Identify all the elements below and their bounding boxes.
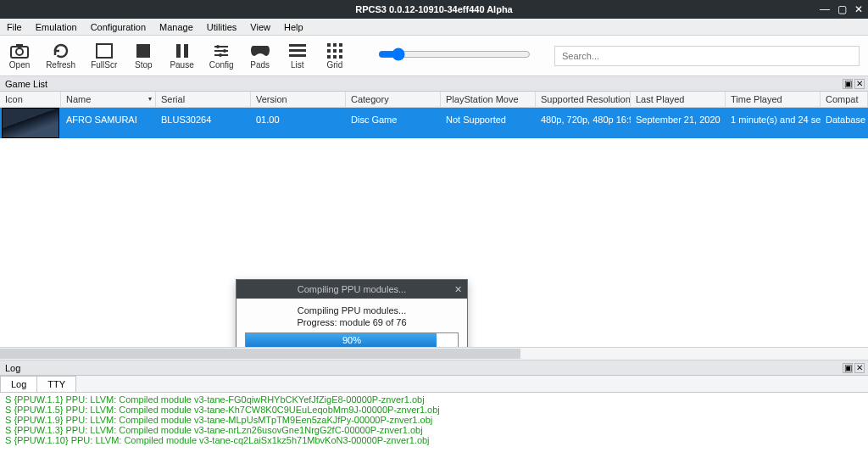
svg-rect-20	[333, 49, 337, 53]
close-button[interactable]: ✕	[853, 3, 865, 15]
cell-resolutions: 480p, 720p, 480p 16:9	[536, 108, 631, 138]
log-line: S {PPUW.1.5} PPU: LLVM: Compiled module …	[5, 405, 863, 415]
svg-rect-21	[339, 49, 342, 53]
col-version[interactable]: Version	[251, 92, 346, 108]
menu-utilities[interactable]: Utilities	[200, 22, 243, 32]
log-float-button[interactable]: ▣	[843, 363, 853, 373]
svg-point-11	[223, 49, 226, 53]
cell-move: Not Supported	[441, 108, 536, 138]
tool-label: Grid	[327, 60, 343, 70]
cell-icon	[0, 108, 61, 138]
progress-percent: 90%	[246, 333, 458, 347]
gamelist-body: Compiling PPU modules... ✕ Compiling PPU…	[0, 138, 868, 347]
gamelist-panel-header: Game List ▣ ✕	[0, 76, 868, 92]
maximize-button[interactable]: ▢	[836, 3, 848, 15]
menu-view[interactable]: View	[243, 22, 277, 32]
icon-size-slider[interactable]	[378, 47, 531, 64]
col-compat[interactable]: Compat	[821, 92, 868, 108]
svg-rect-6	[184, 44, 188, 58]
scrollbar-thumb[interactable]	[0, 349, 520, 359]
menu-file[interactable]: File	[0, 22, 29, 32]
cell-compat: Database	[821, 108, 868, 138]
dialog-titlebar[interactable]: Compiling PPU modules... ✕	[236, 280, 467, 299]
tab-tty[interactable]: TTY	[36, 376, 76, 392]
col-serial[interactable]: Serial	[156, 92, 251, 108]
toolbar: Open Refresh FullScr Stop Pause Config P…	[0, 36, 868, 76]
pause-icon	[175, 42, 190, 60]
tool-label: Refresh	[46, 60, 75, 70]
dialog-progress-text: Progress: module 69 of 76	[245, 317, 459, 327]
camera-icon	[10, 42, 29, 60]
grid-icon	[327, 42, 342, 60]
log-line: S {PPUW.1.1} PPU: LLVM: Compiled module …	[5, 394, 863, 405]
cell-name: AFRO SAMURAI	[61, 108, 156, 138]
log-close-button[interactable]: ✕	[854, 363, 865, 373]
col-time-played[interactable]: Time Played	[726, 92, 821, 108]
menu-help[interactable]: Help	[277, 22, 310, 32]
pause-button[interactable]: Pause	[170, 42, 193, 70]
menu-configuration[interactable]: Configuration	[84, 22, 153, 32]
svg-rect-16	[327, 43, 331, 47]
tool-label: Config	[209, 60, 234, 70]
svg-rect-2	[16, 44, 23, 47]
svg-rect-23	[333, 55, 337, 59]
cell-serial: BLUS30264	[156, 108, 251, 138]
svg-rect-4	[136, 44, 150, 58]
log-line: S {PPUW.1.10} PPU: LLVM: Compiled module…	[5, 435, 863, 445]
svg-rect-19	[327, 49, 331, 53]
minimize-button[interactable]: ―	[819, 3, 831, 15]
tool-label: Open	[9, 60, 30, 70]
svg-rect-24	[339, 55, 342, 59]
svg-rect-3	[97, 44, 112, 58]
col-resolutions[interactable]: Supported Resolutions	[536, 92, 631, 108]
refresh-button[interactable]: Refresh	[46, 42, 75, 70]
fullscreen-button[interactable]: FullScr	[91, 42, 117, 70]
list-button[interactable]: List	[287, 42, 309, 70]
col-move[interactable]: PlayStation Move	[441, 92, 536, 108]
log-output[interactable]: S {PPUW.1.1} PPU: LLVM: Compiled module …	[0, 393, 868, 458]
cell-category: Disc Game	[346, 108, 441, 138]
col-icon[interactable]: Icon	[0, 92, 61, 108]
menu-emulation[interactable]: Emulation	[29, 22, 84, 32]
tool-label: Pads	[250, 60, 270, 70]
horizontal-scrollbar[interactable]	[0, 347, 868, 360]
dialog-close-button[interactable]: ✕	[454, 284, 462, 295]
svg-rect-14	[289, 49, 306, 52]
gamelist-close-button[interactable]: ✕	[854, 79, 865, 89]
svg-rect-15	[289, 54, 306, 57]
svg-rect-22	[327, 55, 331, 59]
log-title: Log	[5, 363, 20, 373]
tool-label: FullScr	[91, 60, 117, 70]
tab-log[interactable]: Log	[0, 376, 37, 392]
col-name[interactable]: Name	[61, 92, 156, 108]
svg-rect-5	[176, 44, 181, 58]
gamepad-icon	[250, 42, 270, 60]
col-category[interactable]: Category	[346, 92, 441, 108]
col-last-played[interactable]: Last Played	[631, 92, 726, 108]
cell-time-played: 1 minute(s) and 24 second(s)	[726, 108, 821, 138]
config-button[interactable]: Config	[209, 42, 234, 70]
sliders-icon	[213, 42, 230, 60]
menubar: File Emulation Configuration Manage Util…	[0, 19, 868, 36]
window-titlebar: RPCS3 0.0.12-10910-34eff440 Alpha ― ▢ ✕	[0, 0, 868, 19]
table-row[interactable]: AFRO SAMURAI BLUS30264 01.00 Disc Game N…	[0, 108, 868, 138]
list-icon	[289, 42, 306, 60]
pads-button[interactable]: Pads	[249, 42, 271, 70]
gamelist-table: Icon Name Serial Version Category PlaySt…	[0, 92, 868, 138]
slider-input[interactable]	[378, 47, 531, 61]
svg-rect-18	[339, 43, 342, 47]
log-line: S {PPUW.1.3} PPU: LLVM: Compiled module …	[5, 425, 863, 435]
gamelist-title: Game List	[5, 79, 47, 89]
stop-button[interactable]: Stop	[132, 42, 154, 70]
stop-icon	[136, 42, 151, 60]
svg-point-1	[16, 48, 23, 55]
search-input[interactable]	[554, 46, 860, 66]
gamelist-float-button[interactable]: ▣	[843, 79, 853, 89]
menu-manage[interactable]: Manage	[153, 22, 200, 32]
tool-label: Pause	[170, 60, 193, 70]
grid-button[interactable]: Grid	[324, 42, 346, 70]
svg-rect-13	[289, 44, 306, 47]
open-button[interactable]: Open	[8, 42, 31, 70]
tool-label: List	[291, 60, 304, 70]
log-tabs: Log TTY	[0, 376, 868, 393]
